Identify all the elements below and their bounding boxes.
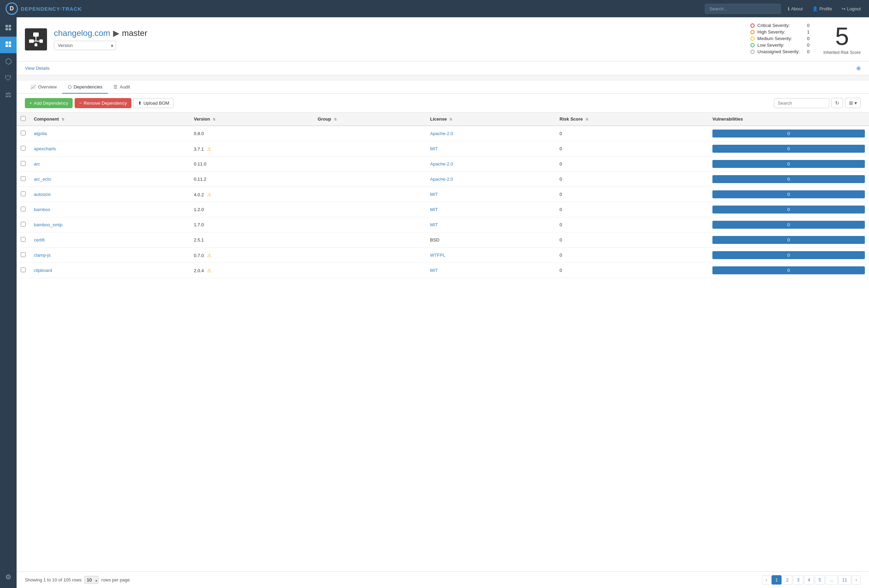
row-vulnerabilities[interactable]: 0 [708,157,869,172]
row-vulnerabilities[interactable]: 0 [708,233,869,248]
component-link[interactable]: bamboo [34,207,50,212]
row-license: MIT [426,217,556,233]
row-checkbox-cell[interactable] [16,263,30,278]
sidebar-item-projects[interactable] [0,37,16,53]
refresh-button[interactable]: ↻ [831,98,843,108]
license-link[interactable]: WTFPL [430,253,445,258]
row-risk-score: 0 [556,263,708,278]
row-vulnerabilities[interactable]: 0 [708,263,869,278]
license-link[interactable]: MIT [430,207,437,212]
page-1-button[interactable]: 1 [771,575,782,585]
row-checkbox-cell[interactable] [16,126,30,141]
component-link[interactable]: autosize [34,192,50,197]
license-link[interactable]: MIT [430,222,437,227]
license-link[interactable]: Apache-2.0 [430,176,453,182]
about-link[interactable]: ℹ About [785,6,805,11]
row-checkbox-cell[interactable] [16,187,30,202]
global-search[interactable] [705,4,781,14]
row-checkbox-cell[interactable] [16,157,30,172]
component-link[interactable]: algolia [34,131,47,136]
row-checkbox[interactable] [21,146,25,151]
row-checkbox[interactable] [21,191,25,196]
rows-per-page-wrapper[interactable]: 10 25 50 [85,576,98,584]
sidebar-item-settings[interactable]: ⚙ [0,569,16,585]
row-checkbox[interactable] [21,267,25,272]
logout-link[interactable]: ↪ Logout [839,6,863,11]
component-link[interactable]: certifi [34,237,44,243]
tab-overview[interactable]: 📈 Overview [25,81,62,93]
columns-icon: ⊞ ▾ [849,100,857,106]
row-vulnerabilities[interactable]: 0 [708,248,869,263]
external-link-icon[interactable]: ⊕ [856,65,861,71]
license-link[interactable]: Apache-2.0 [430,131,453,136]
top-navigation: D DEPENDENCY-TRACK ℹ About 👤 Profile ↪ L… [0,0,869,17]
component-link[interactable]: apexcharts [34,146,56,151]
component-link[interactable]: clipboard [34,268,52,273]
row-vulnerabilities[interactable]: 0 [708,202,869,217]
sidebar-item-audit[interactable]: ⚖ [0,86,16,103]
upload-bom-button[interactable]: ⬆ Upload BOM [133,98,174,108]
table-search-input[interactable] [774,98,829,108]
row-checkbox-cell[interactable] [16,248,30,263]
add-dependency-button[interactable]: + Add Dependency [25,98,73,108]
license-link[interactable]: MIT [430,192,437,197]
row-vulnerabilities[interactable]: 0 [708,126,869,141]
page-5-button[interactable]: 5 [815,575,825,585]
warning-icon: ⚠ [207,253,212,258]
row-checkbox[interactable] [21,130,25,135]
global-search-input[interactable] [705,4,781,14]
row-checkbox-cell[interactable] [16,233,30,248]
page-3-button[interactable]: 3 [793,575,803,585]
component-link[interactable]: arc [34,161,40,166]
component-link[interactable]: bamboo_smtp [34,222,62,227]
row-vulnerabilities[interactable]: 0 [708,217,869,233]
row-checkbox[interactable] [21,161,25,166]
tab-dependencies[interactable]: ⬡ Dependencies [62,81,108,93]
row-vulnerabilities[interactable]: 0 [708,172,869,187]
profile-link[interactable]: 👤 Profile [810,6,835,11]
page-next-button[interactable]: › [852,575,861,585]
license-link[interactable]: MIT [430,268,437,273]
row-checkbox[interactable] [21,207,25,212]
row-group [313,172,426,187]
row-checkbox[interactable] [21,176,25,181]
component-link[interactable]: arc_ecto [34,176,51,182]
th-component[interactable]: Component ⇅ [30,113,190,126]
row-checkbox[interactable] [21,252,25,257]
select-all-checkbox[interactable] [21,116,25,121]
version-selector-wrapper[interactable]: Version [54,41,116,50]
row-component: arc_ecto [30,172,190,187]
tab-audit[interactable]: ☰ Audit [108,81,135,93]
svg-rect-1 [9,25,11,27]
sidebar-item-dashboard[interactable] [0,20,16,37]
page-4-button[interactable]: 4 [804,575,814,585]
row-checkbox-cell[interactable] [16,217,30,233]
breadcrumb-arrow: ▶ [113,28,119,38]
sidebar-item-vulnerabilities[interactable]: 🛡 [0,70,16,86]
view-details-link[interactable]: View Details [25,66,49,71]
th-version[interactable]: Version ⇅ [190,113,313,126]
row-checkbox[interactable] [21,222,25,227]
row-vulnerabilities[interactable]: 0 [708,187,869,202]
column-toggle-button[interactable]: ⊞ ▾ [845,98,861,108]
rows-per-page-select[interactable]: 10 25 50 [85,576,98,584]
dependencies-icon: ⬡ [68,84,71,89]
license-link[interactable]: Apache-2.0 [430,161,453,166]
page-prev-button[interactable]: ‹ [762,575,771,585]
row-checkbox-cell[interactable] [16,141,30,157]
page-2-button[interactable]: 2 [782,575,792,585]
row-vulnerabilities[interactable]: 0 [708,141,869,157]
page-11-button[interactable]: 11 [838,575,851,585]
row-checkbox-cell[interactable] [16,172,30,187]
version-select[interactable]: Version [54,41,116,50]
row-checkbox-cell[interactable] [16,202,30,217]
th-risk-score[interactable]: Risk Score ⇅ [556,113,708,126]
th-group[interactable]: Group ⇅ [313,113,426,126]
row-checkbox[interactable] [21,237,25,242]
th-license[interactable]: License ⇅ [426,113,556,126]
select-all-header[interactable] [16,113,30,126]
license-link[interactable]: MIT [430,146,437,151]
remove-dependency-button[interactable]: − Remove Dependency [75,98,131,108]
sidebar-item-components[interactable]: ⬡ [0,53,16,70]
component-link[interactable]: clamp-js [34,253,50,258]
